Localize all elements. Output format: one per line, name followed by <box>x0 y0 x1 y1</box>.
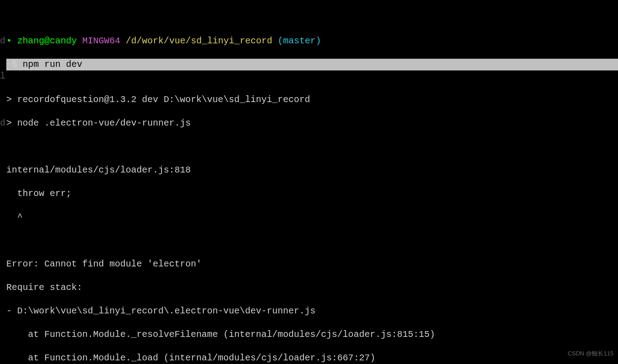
prompt-sign: $ <box>12 59 17 70</box>
gutter: d l d <box>0 0 6 364</box>
npm-run-line-1: > recordofquestion@1.3.2 dev D:\work\vue… <box>6 94 618 106</box>
bullet-icon: • <box>6 36 12 46</box>
git-branch: (master) <box>278 36 321 46</box>
top-gap <box>6 12 618 23</box>
command-text: npm run dev <box>23 59 82 70</box>
error-line: Error: Cannot find module 'electron' <box>6 258 618 270</box>
blank-line <box>6 141 618 153</box>
terminal-output[interactable]: • zhang@candy MINGW64 /d/work/vue/sd_lin… <box>6 0 618 364</box>
user-host: zhang@candy <box>17 36 77 46</box>
loader-line-3: ^ <box>6 211 618 223</box>
npm-run-line-2: > node .electron-vue/dev-runner.js <box>6 117 618 129</box>
cwd-path: /d/work/vue/sd_linyi_record <box>126 36 272 46</box>
stack-line: at Function.Module._load (internal/modul… <box>6 352 618 364</box>
blank-line <box>6 235 618 247</box>
prompt-line: • zhang@candy MINGW64 /d/work/vue/sd_lin… <box>6 35 618 47</box>
error-line: Require stack: <box>6 282 618 294</box>
stack-line: at Function.Module._resolveFilename (int… <box>6 329 618 341</box>
command-line[interactable]: $ npm run dev <box>6 59 618 70</box>
loader-line-2: throw err; <box>6 188 618 200</box>
shell-env: MINGW64 <box>82 36 120 46</box>
loader-line-1: internal/modules/cjs/loader.js:818 <box>6 164 618 176</box>
blank-line <box>6 70 618 82</box>
error-line: - D:\work\vue\sd_linyi_record\.electron-… <box>6 305 618 317</box>
watermark: CSDN @舰长115 <box>568 348 613 359</box>
